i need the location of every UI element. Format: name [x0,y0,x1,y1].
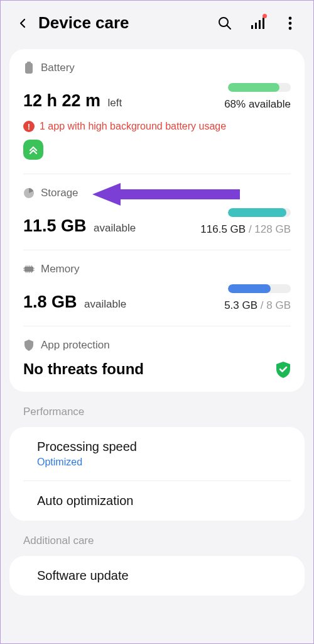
processing-speed-sub: Optimized [37,457,277,468]
svg-rect-23 [26,272,26,273]
app-protection-label: App protection [41,339,110,352]
processing-speed-title: Processing speed [37,440,277,454]
memory-label: Memory [41,263,79,275]
memory-bar [228,284,291,293]
search-icon[interactable] [217,15,233,31]
svg-point-7 [289,21,292,25]
svg-rect-20 [28,265,28,267]
svg-rect-5 [263,18,264,29]
storage-bar [228,208,291,217]
battery-alert-text: 1 app with high background battery usage [40,121,226,132]
app-badge-icon[interactable] [23,140,43,160]
svg-rect-4 [259,20,261,29]
memory-detail: 5.3 GB / 8 GB [224,299,291,312]
svg-rect-2 [251,25,253,29]
battery-label: Battery [41,62,75,74]
header: Device care [1,1,313,40]
device-care-card: Battery 12 h 22 m left 68% available ! 1… [9,49,305,392]
svg-line-1 [227,25,230,29]
auto-optimization-item[interactable]: Auto optimization [23,481,291,521]
performance-card: Processing speed Optimized Auto optimiza… [9,427,305,521]
storage-value: 11.5 GB available [23,216,136,235]
more-icon[interactable] [282,15,298,31]
additional-care-group-label: Additional care [23,535,313,547]
memory-value: 1.8 GB available [23,292,126,311]
performance-group-label: Performance [23,406,313,418]
svg-rect-10 [25,63,33,74]
svg-point-8 [289,26,292,30]
battery-available: 68% available [224,98,291,111]
app-protection-status: No threats found [23,360,144,378]
notification-dot-icon [263,14,267,18]
signal-icon[interactable] [249,15,266,31]
svg-rect-22 [31,265,32,267]
svg-rect-21 [30,265,30,267]
battery-section[interactable]: Battery 12 h 22 m left 68% available ! 1… [23,49,291,174]
page-title: Device care [38,13,208,33]
svg-rect-15 [23,268,24,269]
svg-rect-26 [31,272,32,273]
svg-rect-24 [28,272,28,273]
storage-icon [23,187,35,199]
svg-rect-14 [24,267,33,272]
shield-ok-icon [276,362,291,377]
software-update-item[interactable]: Software update [23,556,291,596]
alert-icon: ! [23,121,35,132]
auto-optimization-title: Auto optimization [37,494,277,508]
back-button[interactable] [16,16,30,30]
svg-rect-18 [33,270,35,270]
storage-detail: 116.5 GB / 128 GB [200,223,291,236]
svg-rect-3 [255,23,257,29]
storage-section[interactable]: Storage 11.5 GB available 116.5 GB / 128… [23,174,291,250]
svg-rect-19 [26,265,26,267]
svg-rect-16 [23,270,24,270]
svg-rect-17 [33,268,35,269]
svg-rect-25 [30,272,30,273]
memory-section[interactable]: Memory 1.8 GB available 5.3 GB / 8 GB [23,250,291,326]
shield-icon [23,340,35,351]
battery-icon [23,62,35,74]
battery-value: 12 h 22 m left [23,91,122,110]
memory-icon [23,264,35,275]
battery-alert[interactable]: ! 1 app with high background battery usa… [23,121,291,132]
battery-bar [228,83,291,92]
app-protection-section[interactable]: App protection No threats found [23,326,291,392]
processing-speed-item[interactable]: Processing speed Optimized [23,427,291,481]
svg-point-6 [289,16,292,19]
software-update-title: Software update [37,569,277,583]
additional-care-card: Software update [9,556,305,596]
storage-label: Storage [41,187,78,199]
